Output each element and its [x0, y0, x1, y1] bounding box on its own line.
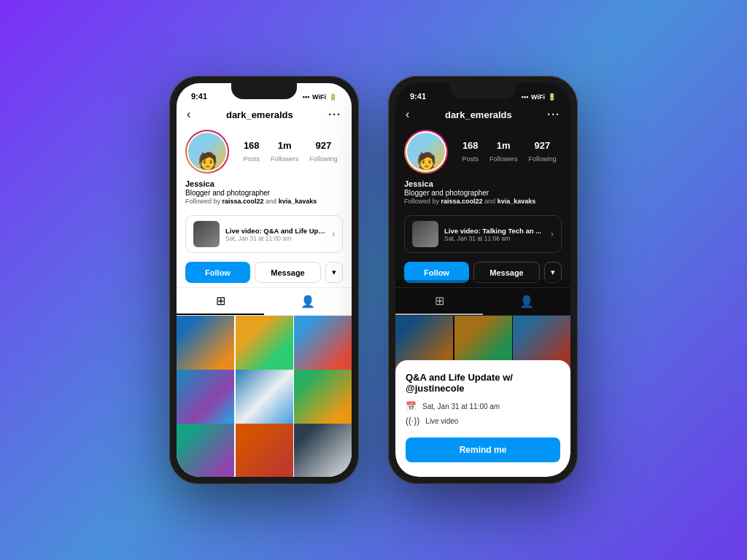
stats-row-left: 168 Posts 1m Followers 927 Following: [238, 140, 343, 164]
followed-account2-right[interactable]: kvia_kavaks: [498, 198, 536, 205]
profile-followed-left: Followed by raissa.cool22 and kvia_kavak…: [185, 198, 343, 205]
followed-account1-right[interactable]: raissa.cool22: [441, 198, 483, 205]
profile-bio-right: Blogger and photographer: [404, 189, 562, 197]
back-button-right[interactable]: ‹: [406, 108, 409, 121]
posts-label-left: Posts: [243, 155, 260, 163]
popup-date-row: 📅 Sat, Jan 31 at 11:00 am: [406, 401, 560, 411]
live-chevron-left: ›: [332, 229, 335, 239]
live-info-left: Live video: Q&A and Life Updat... Sat, J…: [225, 227, 326, 242]
message-button-left[interactable]: Message: [255, 262, 321, 283]
more-options-button-left[interactable]: ▾: [325, 262, 343, 283]
profile-followed-right: Followed by raissa.cool22 and kvia_kavak…: [404, 198, 562, 205]
screen-right: 9:41 ▪▪▪ WiFi 🔋 ‹ dark_emeralds ···: [395, 83, 570, 477]
live-chevron-right: ›: [551, 229, 554, 239]
posts-count-left: 168: [243, 140, 260, 151]
profile-name-left: Jessica: [185, 179, 343, 188]
profile-section-left: 🧑 168 Posts 1m Followers 927: [177, 125, 352, 211]
photo-1-left[interactable]: [177, 316, 234, 373]
popup-card: Q&A and Life Update w/ @justinecole 📅 Sa…: [395, 360, 570, 477]
photo-7-left[interactable]: [177, 424, 234, 477]
followed-by-text-left: Followed by: [185, 198, 220, 205]
live-date-left: Sat, Jan 31 at 11:00 am: [225, 235, 326, 242]
status-time-left: 9:41: [191, 92, 207, 101]
stat-posts-left: 168 Posts: [243, 140, 260, 164]
photo-9-left[interactable]: [294, 424, 352, 477]
stat-following-right: 927 Following: [528, 140, 556, 164]
photo-grid-left: [177, 316, 352, 477]
battery-icon-left: 🔋: [329, 93, 337, 101]
status-icons-left: ▪▪▪ WiFi 🔋: [303, 93, 338, 101]
profile-name-right: Jessica: [404, 179, 562, 188]
popup-type: Live video: [425, 417, 458, 425]
phone-right: 9:41 ▪▪▪ WiFi 🔋 ‹ dark_emeralds ···: [388, 76, 578, 484]
live-title-right: Live video: Talking Tech an ...: [444, 227, 545, 235]
followers-count-right: 1m: [489, 140, 518, 151]
battery-icon-right: 🔋: [548, 93, 556, 101]
live-card-left[interactable]: Live video: Q&A and Life Updat... Sat, J…: [185, 215, 343, 253]
following-label-right: Following: [528, 155, 556, 163]
live-title-left: Live video: Q&A and Life Updat...: [225, 227, 326, 235]
tab-tagged-left[interactable]: 👤: [264, 288, 352, 315]
more-button-right[interactable]: ···: [547, 109, 560, 120]
stats-row-right: 168 Posts 1m Followers 927 Following: [457, 140, 562, 164]
tagged-icon-left: 👤: [301, 295, 315, 308]
profile-section-right: 🧑 168 Posts 1m Followers 927: [395, 125, 570, 211]
calendar-icon: 📅: [406, 401, 417, 411]
nav-bar-right: ‹ dark_emeralds ···: [395, 104, 570, 125]
username-left: dark_emeralds: [226, 109, 293, 120]
avatar-wrapper-right: 🧑: [404, 130, 448, 174]
avatar-right: 🧑: [407, 133, 445, 171]
signal-icon-right: ▪▪▪: [522, 93, 529, 101]
live-thumb-left: [193, 221, 220, 247]
photo-8-left[interactable]: [236, 424, 293, 477]
back-button-left[interactable]: ‹: [187, 108, 190, 121]
posts-count-right: 168: [462, 140, 479, 151]
avatar-inner-right: 🧑: [406, 131, 446, 172]
signal-icon-left: ▪▪▪: [303, 93, 310, 101]
tab-bar-left: ⊞ 👤: [177, 287, 352, 316]
more-button-left[interactable]: ···: [328, 109, 341, 120]
avatar-inner-left: 🧑: [187, 131, 228, 172]
live-video-icon: ((·)): [406, 416, 419, 426]
status-time-right: 9:41: [410, 92, 426, 101]
photo-2-left[interactable]: [236, 316, 293, 373]
stat-followers-right: 1m Followers: [489, 140, 518, 164]
followed-by-text-right: Followed by: [404, 198, 439, 205]
popup-type-row: ((·)) Live video: [406, 416, 560, 426]
profile-top-right: 🧑 168 Posts 1m Followers 927: [404, 130, 562, 174]
follow-button-left[interactable]: Follow: [185, 262, 250, 283]
following-count-right: 927: [528, 140, 556, 151]
wifi-icon-left: WiFi: [312, 93, 326, 101]
followers-label-left: Followers: [271, 155, 299, 163]
username-right: dark_emeralds: [445, 109, 512, 120]
tab-grid-left[interactable]: ⊞: [177, 288, 264, 315]
live-card-right[interactable]: Live video: Talking Tech an ... Sat, Jan…: [404, 215, 562, 253]
status-icons-right: ▪▪▪ WiFi 🔋: [522, 93, 557, 101]
followed-account1-left[interactable]: raissa.cool22: [222, 198, 264, 205]
photo-4-left[interactable]: [177, 370, 234, 427]
action-buttons-left: Follow Message ▾: [177, 257, 352, 287]
remind-me-button[interactable]: Remind me: [406, 438, 560, 462]
wifi-icon-right: WiFi: [531, 93, 545, 101]
avatar-left: 🧑: [188, 133, 226, 171]
nav-bar-left: ‹ dark_emeralds ···: [177, 104, 352, 125]
photo-6-left[interactable]: [294, 370, 352, 427]
stat-following-left: 927 Following: [309, 140, 337, 164]
stat-followers-left: 1m Followers: [271, 140, 299, 164]
profile-bio-left: Blogger and photographer: [185, 189, 343, 197]
followed-and-left: and: [266, 198, 279, 205]
screen-left: 9:41 ▪▪▪ WiFi 🔋 ‹ dark_emeralds ···: [177, 83, 352, 477]
photo-3-left[interactable]: [294, 316, 352, 373]
live-info-right: Live video: Talking Tech an ... Sat, Jan…: [444, 227, 545, 242]
popup-title: Q&A and Life Update w/ @justinecole: [406, 372, 560, 394]
notch-left: [231, 83, 297, 99]
stat-posts-right: 168 Posts: [462, 140, 479, 164]
followed-account2-left[interactable]: kvia_kavaks: [279, 198, 317, 205]
phone-left: 9:41 ▪▪▪ WiFi 🔋 ‹ dark_emeralds ···: [169, 76, 359, 484]
avatar-wrapper-left: 🧑: [185, 130, 229, 174]
live-thumb-right: [412, 221, 438, 247]
followed-and-right: and: [484, 198, 498, 205]
following-count-left: 927: [309, 140, 337, 151]
photo-5-left[interactable]: [236, 370, 293, 427]
posts-label-right: Posts: [462, 155, 479, 163]
